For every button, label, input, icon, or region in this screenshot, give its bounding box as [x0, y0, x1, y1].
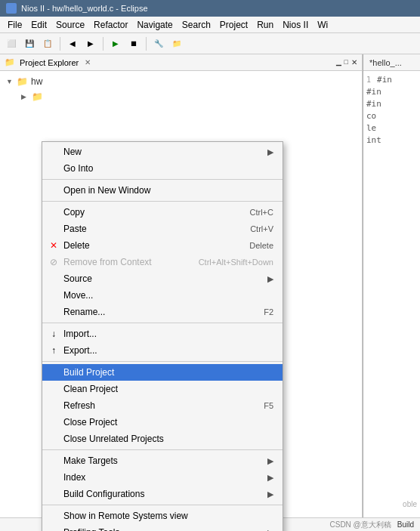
- ctx-go-into[interactable]: Go Into: [42, 160, 283, 177]
- ctx-paste[interactable]: Paste Ctrl+V: [42, 221, 283, 237]
- ctx-make-targets[interactable]: Make Targets ▶: [42, 452, 283, 469]
- editor-line-4: co: [366, 110, 417, 122]
- export-icon: ↑: [47, 344, 60, 357]
- ctx-paste-shortcut: Ctrl+V: [235, 224, 273, 233]
- toolbar: ⬜ 💾 📋 ◀ ▶ ▶ ⏹ 🔧 📁: [0, 33, 420, 54]
- ctx-refresh-shortcut: F5: [249, 401, 273, 410]
- editor-tab[interactable]: *hello_...: [363, 54, 420, 71]
- panel-title: Project Explorer: [20, 58, 79, 67]
- menu-project[interactable]: Project: [215, 18, 252, 32]
- panel-close-icon[interactable]: ✕: [351, 58, 357, 66]
- remove-context-icon: ⊘: [47, 255, 60, 269]
- ctx-build-configurations[interactable]: Build Configurations ▶: [42, 486, 283, 502]
- status-build-text: Build: [397, 520, 414, 529]
- ctx-clean-project[interactable]: Clean Project: [42, 381, 283, 397]
- tree-arrow-hw: ▼: [6, 78, 14, 85]
- panel-minimize-icon[interactable]: ▁: [336, 58, 341, 66]
- menu-wi[interactable]: Wi: [313, 18, 332, 32]
- toolbar-btn-2[interactable]: 💾: [21, 36, 38, 52]
- toolbar-btn-7[interactable]: 🔧: [150, 36, 167, 52]
- ctx-index[interactable]: Index ▶: [42, 469, 283, 486]
- toolbar-btn-1[interactable]: ⬜: [3, 36, 20, 52]
- tree-label-hw: hw: [31, 76, 42, 87]
- project-tree: ▼ 📁 hw ▶ 📁: [0, 71, 362, 107]
- menu-edit[interactable]: Edit: [26, 18, 51, 32]
- ctx-rename[interactable]: Rename... F2: [42, 304, 283, 320]
- menu-navigate[interactable]: Navigate: [132, 18, 177, 32]
- panel-maximize-icon[interactable]: □: [344, 58, 348, 66]
- ctx-delete-shortcut: Delete: [234, 241, 273, 250]
- editor-panel: *hello_... 1#in #in #in co le int oble: [363, 54, 420, 531]
- ctx-export[interactable]: ↑ Export...: [42, 342, 283, 359]
- ctx-sep-3: [42, 323, 283, 323]
- panel-sync-icon: ✕: [85, 58, 91, 66]
- toolbar-btn-6[interactable]: ⏹: [125, 36, 142, 52]
- ctx-make-arrow: ▶: [267, 456, 273, 466]
- toolbar-sep-3: [146, 37, 147, 51]
- ctx-close-project[interactable]: Close Project: [42, 414, 283, 431]
- ctx-index-arrow: ▶: [267, 473, 273, 483]
- ctx-open-new-window[interactable]: Open in New Window: [42, 182, 283, 199]
- toolbar-btn-3[interactable]: 📋: [39, 36, 56, 52]
- ctx-profiling-tools[interactable]: Profiling Tools ▶: [42, 524, 283, 531]
- tree-item-hw[interactable]: ▼ 📁 hw: [0, 74, 362, 89]
- toolbar-btn-5[interactable]: ▶: [82, 36, 99, 52]
- ctx-refresh[interactable]: Refresh F5: [42, 397, 283, 414]
- ctx-new-arrow: ▶: [267, 147, 273, 157]
- toolbar-btn-8[interactable]: 📁: [168, 36, 185, 52]
- editor-line-2: #in: [366, 86, 417, 98]
- toolbar-sep-2: [103, 37, 103, 51]
- context-menu: New ▶ Go Into Open in New Window Copy Ct…: [42, 141, 283, 531]
- menu-file[interactable]: File: [3, 18, 26, 32]
- ctx-close-unrelated[interactable]: Close Unrelated Projects: [42, 431, 283, 447]
- editor-content: 1#in #in #in co le int: [363, 71, 420, 150]
- toolbar-sep-1: [60, 37, 60, 51]
- ctx-show-remote[interactable]: Show in Remote Systems view: [42, 508, 283, 524]
- ctx-delete[interactable]: ✕ Delete Delete: [42, 237, 283, 254]
- ctx-new[interactable]: New ▶: [42, 144, 283, 160]
- menu-search[interactable]: Search: [178, 18, 215, 32]
- title-bar: Nios II - hw/hello_world.c - Eclipse: [0, 0, 420, 17]
- app-icon: [6, 3, 17, 14]
- ctx-import[interactable]: ↓ Import...: [42, 326, 283, 342]
- editor-line-1: 1#in: [366, 74, 417, 86]
- menu-refactor[interactable]: Refactor: [89, 18, 132, 32]
- ctx-source-arrow: ▶: [267, 274, 273, 284]
- ctx-sep-6: [42, 505, 283, 505]
- ctx-remove-shortcut: Ctrl+Alt+Shift+Down: [184, 258, 273, 267]
- watermark-text: CSDN @意大利稿: [329, 520, 391, 530]
- bottom-right-text: oble: [403, 500, 417, 508]
- editor-line-6: int: [366, 134, 417, 147]
- ctx-sep-4: [42, 361, 283, 362]
- ctx-copy-shortcut: Ctrl+C: [235, 208, 273, 217]
- ctx-rename-shortcut: F2: [249, 307, 273, 316]
- ctx-source[interactable]: Source ▶: [42, 270, 283, 287]
- menu-bar: File Edit Source Refactor Navigate Searc…: [0, 17, 420, 33]
- ctx-move[interactable]: Move...: [42, 287, 283, 304]
- menu-niosii[interactable]: Nios II: [278, 18, 313, 32]
- tree-icon-sub1: 📁: [31, 91, 43, 103]
- project-explorer-panel: 📁 Project Explorer ✕ ▁ □ ✕ ▼ 📁 hw ▶ 📁: [0, 54, 363, 531]
- editor-tab-label: *hello_...: [369, 58, 402, 67]
- main-area: 📁 Project Explorer ✕ ▁ □ ✕ ▼ 📁 hw ▶ 📁: [0, 54, 420, 531]
- toolbar-btn-run[interactable]: ▶: [107, 36, 124, 52]
- editor-line-5: le: [366, 122, 417, 134]
- menu-run[interactable]: Run: [252, 18, 278, 32]
- ctx-sep-2: [42, 201, 283, 202]
- menu-source[interactable]: Source: [51, 18, 89, 32]
- toolbar-btn-4[interactable]: ◀: [64, 36, 81, 52]
- ctx-remove-from-context: ⊘ Remove from Context Ctrl+Alt+Shift+Dow…: [42, 254, 283, 270]
- project-explorer-header: 📁 Project Explorer ✕ ▁ □ ✕: [0, 54, 362, 71]
- ctx-copy[interactable]: Copy Ctrl+C: [42, 204, 283, 221]
- ctx-profiling-arrow: ▶: [267, 528, 273, 532]
- ctx-build-project[interactable]: Build Project: [42, 364, 283, 381]
- title-bar-text: Nios II - hw/hello_world.c - Eclipse: [21, 4, 148, 13]
- tree-item-sub1[interactable]: ▶ 📁: [0, 89, 362, 104]
- ctx-build-conf-arrow: ▶: [267, 489, 273, 499]
- import-icon: ↓: [47, 327, 60, 341]
- delete-icon: ✕: [47, 239, 60, 252]
- panel-folder-icon: 📁: [5, 57, 15, 67]
- editor-line-3: #in: [366, 98, 417, 110]
- ctx-sep-1: [42, 179, 283, 180]
- tree-folder-icon-hw: 📁: [16, 76, 28, 88]
